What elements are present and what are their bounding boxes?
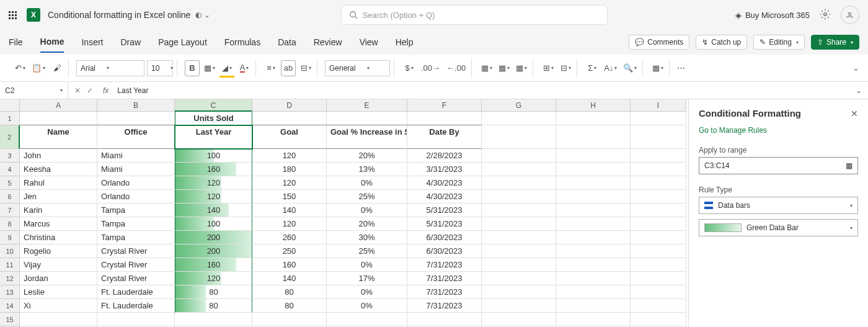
cell-I6[interactable] xyxy=(631,190,686,204)
cell-E1[interactable] xyxy=(327,112,407,125)
tab-review[interactable]: Review xyxy=(314,32,342,52)
cell-F2[interactable]: Date By xyxy=(407,125,482,149)
cell-F9[interactable]: 6/30/2023 xyxy=(407,231,482,244)
row-header-10[interactable]: 10 xyxy=(0,244,20,258)
cell-D6[interactable]: 150 xyxy=(252,190,327,204)
user-avatar[interactable]: JL xyxy=(841,6,859,24)
col-header-I[interactable]: I xyxy=(631,99,686,112)
cell-I11[interactable] xyxy=(631,258,686,272)
cell-H7[interactable] xyxy=(556,204,631,217)
name-box[interactable]: C2▾ xyxy=(0,82,68,99)
fill-color-button[interactable]: ◢▾ xyxy=(219,60,234,76)
cell-H6[interactable] xyxy=(556,190,631,204)
cell-C1[interactable]: Units Sold xyxy=(175,112,252,125)
row-header-3[interactable]: 3 xyxy=(0,149,20,163)
cell-A14[interactable]: Xi xyxy=(20,299,97,313)
col-header-G[interactable]: G xyxy=(482,99,556,112)
cell-B10[interactable]: Crystal River xyxy=(97,244,175,258)
col-header-C[interactable]: C xyxy=(175,99,252,112)
cell-G1[interactable] xyxy=(482,112,556,125)
cell-E5[interactable]: 0% xyxy=(327,176,407,190)
cell-B4[interactable]: Miami xyxy=(97,163,175,176)
cell-F13[interactable]: 7/31/2023 xyxy=(407,285,482,299)
cell-E10[interactable]: 25% xyxy=(327,244,407,258)
tab-formulas[interactable]: Formulas xyxy=(224,32,260,52)
cell-F3[interactable]: 2/28/2023 xyxy=(407,149,482,163)
cell-D13[interactable]: 80 xyxy=(252,285,327,299)
cell-G14[interactable] xyxy=(482,299,556,313)
cell-E3[interactable]: 20% xyxy=(327,149,407,163)
increase-decimal-button[interactable]: ←.00 xyxy=(445,60,467,76)
row-header-1[interactable]: 1 xyxy=(0,112,20,125)
cell-F1[interactable] xyxy=(407,112,482,125)
cell-D11[interactable]: 160 xyxy=(252,258,327,272)
cell-F6[interactable]: 4/30/2023 xyxy=(407,190,482,204)
tab-page-layout[interactable]: Page Layout xyxy=(158,32,207,52)
cell-H15[interactable] xyxy=(556,313,631,326)
format-painter-button[interactable]: 🖌 xyxy=(50,60,64,76)
row-header-9[interactable]: 9 xyxy=(0,231,20,244)
cell-E13[interactable]: 0% xyxy=(327,285,407,299)
select-all-corner[interactable] xyxy=(0,99,20,112)
cell-B15[interactable] xyxy=(97,313,175,326)
cell-I9[interactable] xyxy=(631,231,686,244)
cell-E15[interactable] xyxy=(327,313,407,326)
cell-G7[interactable] xyxy=(482,204,556,217)
cell-B5[interactable]: Orlando xyxy=(97,176,175,190)
tab-draw[interactable]: Draw xyxy=(120,32,141,52)
cell-E11[interactable]: 0% xyxy=(327,258,407,272)
cell-F8[interactable]: 5/31/2023 xyxy=(407,217,482,231)
settings-icon[interactable] xyxy=(820,9,831,22)
cell-G10[interactable] xyxy=(482,244,556,258)
cell-G6[interactable] xyxy=(482,190,556,204)
paste-button[interactable]: 📋▾ xyxy=(30,60,47,76)
cancel-formula-icon[interactable]: ✕ xyxy=(74,86,81,95)
cell-F12[interactable]: 7/31/2023 xyxy=(407,272,482,285)
cell-E12[interactable]: 17% xyxy=(327,272,407,285)
cell-I7[interactable] xyxy=(631,204,686,217)
cell-B14[interactable]: Ft. Lauderdale xyxy=(97,299,175,313)
cell-G12[interactable] xyxy=(482,272,556,285)
currency-button[interactable]: $▾ xyxy=(402,60,417,76)
comments-button[interactable]: 💬Comments xyxy=(629,35,689,50)
font-size-select[interactable]: 10▾ xyxy=(147,60,173,76)
cell-D7[interactable]: 140 xyxy=(252,204,327,217)
cell-F5[interactable]: 4/30/2023 xyxy=(407,176,482,190)
cell-A12[interactable]: Jordan xyxy=(20,272,97,285)
cell-A1[interactable] xyxy=(20,112,97,125)
tab-help[interactable]: Help xyxy=(396,32,414,52)
cell-H2[interactable] xyxy=(556,125,631,149)
cell-F15[interactable] xyxy=(407,313,482,326)
app-launcher-icon[interactable] xyxy=(9,11,17,19)
cell-D12[interactable]: 140 xyxy=(252,272,327,285)
ribbon-collapse-button[interactable]: ⌄ xyxy=(852,63,859,73)
row-header-4[interactable]: 4 xyxy=(0,163,20,176)
more-commands-button[interactable]: ⋯ xyxy=(673,60,688,76)
col-header-F[interactable]: F xyxy=(407,99,482,112)
font-color-button[interactable]: A▾ xyxy=(237,60,252,76)
cell-I12[interactable] xyxy=(631,272,686,285)
cell-F4[interactable]: 3/31/2023 xyxy=(407,163,482,176)
cell-D4[interactable]: 180 xyxy=(252,163,327,176)
tab-home[interactable]: Home xyxy=(40,32,64,53)
row-header-7[interactable]: 7 xyxy=(0,204,20,217)
cell-E7[interactable]: 0% xyxy=(327,204,407,217)
cell-D2[interactable]: Goal xyxy=(252,125,327,149)
accept-formula-icon[interactable]: ✓ xyxy=(87,86,93,95)
cell-D3[interactable]: 120 xyxy=(252,149,327,163)
row-header-12[interactable]: 12 xyxy=(0,272,20,285)
cell-H5[interactable] xyxy=(556,176,631,190)
cell-H10[interactable] xyxy=(556,244,631,258)
row-header-5[interactable]: 5 xyxy=(0,176,20,190)
cell-I3[interactable] xyxy=(631,149,686,163)
search-input[interactable]: Search (Option + Q) xyxy=(341,5,608,25)
cell-G9[interactable] xyxy=(482,231,556,244)
row-header-8[interactable]: 8 xyxy=(0,217,20,231)
cell-C8[interactable]: 100 xyxy=(175,217,252,231)
cell-B9[interactable]: Tampa xyxy=(97,231,175,244)
cell-C4[interactable]: 160 xyxy=(175,163,252,176)
cell-F11[interactable]: 7/31/2023 xyxy=(407,258,482,272)
cell-F10[interactable]: 6/30/2023 xyxy=(407,244,482,258)
editing-mode-button[interactable]: ✎Editing▾ xyxy=(753,35,805,50)
cell-I8[interactable] xyxy=(631,217,686,231)
